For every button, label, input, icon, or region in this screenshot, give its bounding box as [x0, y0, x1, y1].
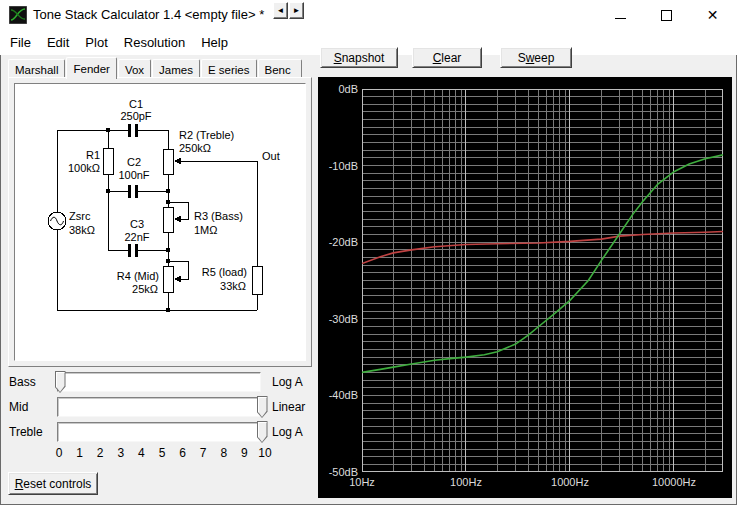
bass-taper-label: Log A	[272, 375, 303, 389]
mid-slider[interactable]	[57, 397, 261, 417]
close-icon: ✕	[707, 8, 719, 22]
r1-value-label: 100kΩ	[68, 162, 100, 174]
menu-edit[interactable]: Edit	[39, 32, 77, 53]
scale-0: 0	[52, 446, 66, 460]
maximize-icon	[661, 10, 672, 21]
capacitor-c2	[128, 185, 131, 198]
scale-4: 4	[134, 446, 148, 460]
r4-value-label: 25kΩ	[132, 283, 158, 295]
mid-label: Mid	[9, 400, 28, 414]
wire-r4-wiper-link	[168, 261, 188, 279]
minimize-button[interactable]	[598, 0, 643, 30]
scale-1: 1	[73, 446, 87, 460]
scale-7: 7	[196, 446, 210, 460]
clear-button[interactable]: Clear	[412, 47, 482, 68]
treble-label: Treble	[9, 425, 43, 439]
r4-wiper-arrow	[174, 276, 181, 283]
menu-resolution[interactable]: Resolution	[116, 32, 193, 53]
r3-value-label: 1MΩ	[194, 224, 218, 236]
resistor-r5	[252, 266, 262, 294]
y-axis-label: -10dB	[318, 160, 358, 172]
tab-page-fender: C1 250pF R2 (Treble) 250kΩ R1 100kΩ C2 1…	[8, 77, 312, 367]
c2-value-label: 100nF	[118, 169, 149, 181]
tab-e-series[interactable]: E series	[201, 59, 257, 78]
capacitor-c3b	[135, 244, 138, 257]
c1-ref-label: C1	[129, 98, 143, 110]
wire-top-rail	[57, 130, 168, 149]
plot-gridlines	[362, 89, 723, 472]
sweep-button[interactable]: Sweep	[500, 47, 572, 68]
scale-6: 6	[176, 446, 190, 460]
tone-stack-tabs: Marshall Fender Vox James E series Benc	[8, 57, 312, 78]
tab-james[interactable]: James	[152, 59, 200, 78]
r5-value-label: 33kΩ	[220, 280, 246, 292]
r3-wiper-arrow	[174, 216, 181, 223]
c3-ref-label: C3	[130, 218, 144, 230]
resistor-r1	[103, 148, 113, 174]
title-bar: Tone Stack Calculator 1.4 <empty file> *…	[0, 0, 737, 30]
x-axis-label: 1000Hz	[540, 476, 600, 488]
capacitor-c1	[128, 124, 131, 137]
tab-scroll-right-button[interactable]: ►	[289, 2, 304, 19]
x-axis-label: 10Hz	[332, 476, 392, 488]
r2-wiper-arrow	[174, 158, 181, 165]
menu-help[interactable]: Help	[193, 32, 236, 53]
capacitor-c1b	[135, 124, 138, 137]
y-axis-label: -30dB	[318, 313, 358, 325]
tab-marshall[interactable]: Marshall	[8, 59, 65, 78]
scale-10: 10	[258, 446, 272, 460]
y-axis-label: 0dB	[318, 83, 358, 95]
menu-bar: File Edit Plot Resolution Help	[2, 31, 236, 54]
r2-value-label: 250kΩ	[179, 142, 211, 154]
r4-ref-label: R4 (Mid)	[117, 270, 159, 282]
r3-ref-label: R3 (Bass)	[194, 210, 243, 222]
resistor-r4	[163, 266, 173, 292]
c3-value-label: 22nF	[124, 231, 149, 243]
r2-ref-label: R2 (Treble)	[179, 129, 234, 141]
menu-plot[interactable]: Plot	[77, 32, 115, 53]
window-title: Tone Stack Calculator 1.4 <empty file> *	[33, 7, 264, 22]
scale-5: 5	[155, 446, 169, 460]
app-icon	[9, 6, 27, 24]
frequency-response-plot: 0dB-10dB-20dB-30dB-40dB-50dB10Hz100Hz100…	[318, 77, 732, 498]
treble-slider-thumb[interactable]	[257, 421, 268, 443]
scale-8: 8	[217, 446, 231, 460]
x-axis-label: 10000Hz	[644, 476, 704, 488]
menu-file[interactable]: File	[2, 32, 39, 53]
minimize-icon	[615, 18, 626, 19]
capacitor-c2b	[135, 185, 138, 198]
tab-fender[interactable]: Fender	[66, 57, 116, 79]
scale-9: 9	[237, 446, 251, 460]
circuit-diagram: C1 250pF R2 (Treble) 250kΩ R1 100kΩ C2 1…	[14, 83, 306, 361]
tab-scroll-left-button[interactable]: ◄	[273, 2, 288, 19]
capacitor-c3	[128, 244, 131, 257]
c2-ref-label: C2	[127, 156, 141, 168]
mid-taper-label: Linear	[272, 400, 305, 414]
scale-3: 3	[114, 446, 128, 460]
resistor-r3	[163, 207, 173, 232]
plot-grid-and-curves	[362, 89, 723, 472]
tab-bench[interactable]: Benc	[258, 59, 302, 78]
reset-controls-button[interactable]: Reset controls	[8, 472, 98, 495]
mid-slider-thumb[interactable]	[257, 396, 268, 418]
resistor-r2	[163, 149, 173, 174]
source-name-label: Zsrc	[69, 210, 91, 222]
scale-2: 2	[93, 446, 107, 460]
treble-slider[interactable]	[57, 422, 261, 442]
source-sine-icon	[51, 217, 64, 225]
tab-vox[interactable]: Vox	[118, 59, 151, 78]
slider-scale: 0 1 2 3 4 5 6 7 8 9 10	[52, 446, 272, 460]
source-value-label: 38kΩ	[69, 224, 95, 236]
arrow-left-icon: ◄	[277, 7, 285, 15]
r5-ref-label: R5 (load)	[202, 266, 247, 278]
bass-slider-thumb[interactable]	[55, 371, 66, 393]
arrow-right-icon: ►	[293, 7, 301, 15]
close-button[interactable]: ✕	[690, 0, 735, 30]
y-axis-label: -40dB	[318, 389, 358, 401]
treble-taper-label: Log A	[272, 425, 303, 439]
bass-slider[interactable]	[57, 372, 261, 392]
maximize-button[interactable]	[644, 0, 689, 30]
c1-value-label: 250pF	[120, 110, 151, 122]
wire-r3-wiper-link	[168, 202, 188, 219]
snapshot-button[interactable]: Snapshot	[320, 47, 398, 68]
